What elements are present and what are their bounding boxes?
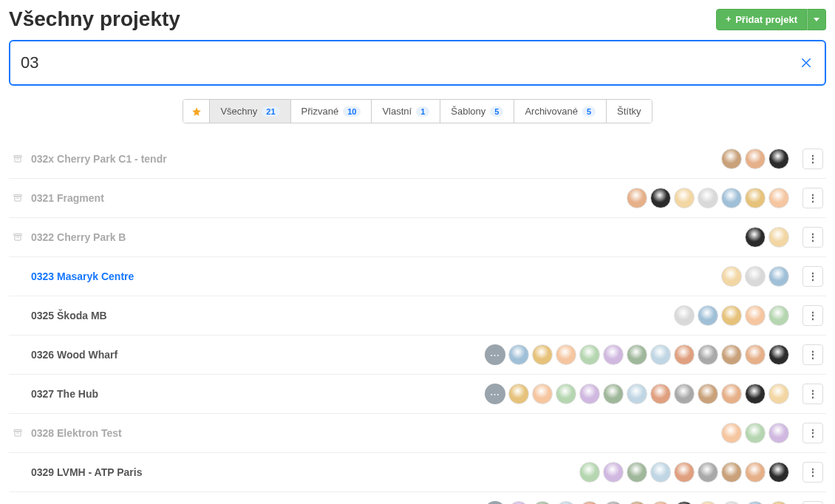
avatar[interactable] xyxy=(508,344,529,365)
row-menu-button[interactable]: ⋮ xyxy=(802,188,823,208)
project-name[interactable]: 0325 Škoda MB xyxy=(31,310,107,321)
avatar[interactable] xyxy=(698,384,718,404)
avatar[interactable] xyxy=(556,501,576,504)
avatar[interactable] xyxy=(768,266,789,287)
avatar[interactable] xyxy=(603,501,624,504)
clear-search-button[interactable] xyxy=(798,55,814,71)
avatar[interactable] xyxy=(768,344,789,365)
row-menu-button[interactable]: ⋮ xyxy=(802,344,823,365)
avatar[interactable] xyxy=(674,344,695,365)
avatar[interactable] xyxy=(768,384,789,404)
avatar[interactable] xyxy=(627,462,647,483)
avatar[interactable] xyxy=(603,344,624,365)
project-name[interactable]: 0327 The Hub xyxy=(31,388,98,400)
avatar[interactable] xyxy=(627,188,647,208)
avatar[interactable] xyxy=(603,384,624,404)
tab-stitky[interactable]: Štítky xyxy=(607,100,652,123)
avatar[interactable] xyxy=(768,227,789,248)
avatar[interactable] xyxy=(721,305,742,326)
avatar[interactable] xyxy=(579,384,600,404)
avatar[interactable] xyxy=(721,344,742,365)
avatar[interactable] xyxy=(745,227,766,248)
row-menu-button[interactable]: ⋮ xyxy=(802,501,823,504)
more-avatars-button[interactable]: ⋯ xyxy=(485,384,505,404)
avatar[interactable] xyxy=(721,188,742,208)
avatar[interactable] xyxy=(627,384,647,404)
avatar[interactable] xyxy=(698,462,718,483)
avatar[interactable] xyxy=(603,462,624,483)
project-name[interactable]: 0326 Wood Wharf xyxy=(31,349,117,361)
project-name[interactable]: 0329 LVMH - ATP Paris xyxy=(31,466,142,478)
avatar[interactable] xyxy=(768,188,789,208)
avatar[interactable] xyxy=(674,188,695,208)
avatar[interactable] xyxy=(721,462,742,483)
tab-prizvane[interactable]: Přizvané10 xyxy=(291,100,372,123)
row-menu-button[interactable]: ⋮ xyxy=(802,266,823,287)
avatar[interactable] xyxy=(745,188,766,208)
avatar[interactable] xyxy=(532,344,553,365)
avatar[interactable] xyxy=(508,501,529,504)
avatar[interactable] xyxy=(721,149,742,169)
avatar[interactable] xyxy=(721,501,742,504)
avatar[interactable] xyxy=(745,266,766,287)
avatar[interactable] xyxy=(721,384,742,404)
avatar[interactable] xyxy=(721,266,742,287)
tab-star[interactable] xyxy=(183,100,210,123)
avatar[interactable] xyxy=(650,501,671,504)
row-menu-button[interactable]: ⋮ xyxy=(802,227,823,248)
row-menu-button[interactable]: ⋮ xyxy=(802,462,823,483)
avatar[interactable] xyxy=(768,305,789,326)
avatar[interactable] xyxy=(745,149,766,169)
avatar[interactable] xyxy=(698,188,718,208)
avatar[interactable] xyxy=(627,344,647,365)
more-avatars-button[interactable]: ⋯ xyxy=(485,501,505,504)
avatar[interactable] xyxy=(745,305,766,326)
avatar[interactable] xyxy=(768,462,789,483)
avatar[interactable] xyxy=(650,384,671,404)
avatar[interactable] xyxy=(674,384,695,404)
avatar[interactable] xyxy=(745,344,766,365)
row-menu-button[interactable]: ⋮ xyxy=(802,305,823,326)
avatar[interactable] xyxy=(745,501,766,504)
avatar[interactable] xyxy=(698,344,718,365)
more-avatars-button[interactable]: ⋯ xyxy=(485,344,505,365)
avatar[interactable] xyxy=(556,384,576,404)
tab-sablony[interactable]: Šablony5 xyxy=(440,100,514,123)
add-project-button[interactable]: + Přidat projekt xyxy=(716,9,807,30)
avatar[interactable] xyxy=(650,344,671,365)
avatar[interactable] xyxy=(650,188,671,208)
avatar[interactable] xyxy=(674,462,695,483)
avatar[interactable] xyxy=(532,384,553,404)
avatar[interactable] xyxy=(579,462,600,483)
avatar[interactable] xyxy=(768,423,789,443)
avatar[interactable] xyxy=(745,423,766,443)
avatar[interactable] xyxy=(745,384,766,404)
project-name[interactable]: 0323 Masaryk Centre xyxy=(31,270,134,282)
avatar[interactable] xyxy=(579,501,600,504)
avatar[interactable] xyxy=(556,344,576,365)
avatar[interactable] xyxy=(698,501,718,504)
project-name[interactable]: 0328 Elektron Test xyxy=(31,427,122,439)
avatar[interactable] xyxy=(674,501,695,504)
project-name[interactable]: 0322 Cherry Park B xyxy=(31,231,126,243)
row-menu-button[interactable]: ⋮ xyxy=(802,149,823,169)
avatar[interactable] xyxy=(698,305,718,326)
avatar[interactable] xyxy=(768,501,789,504)
avatar[interactable] xyxy=(768,149,789,169)
tab-vlastni[interactable]: Vlastní1 xyxy=(372,100,440,123)
tab-archivovane[interactable]: Archivované5 xyxy=(514,100,607,123)
project-name[interactable]: 0321 Fragment xyxy=(31,192,104,204)
avatar[interactable] xyxy=(627,501,647,504)
row-menu-button[interactable]: ⋮ xyxy=(802,384,823,404)
row-menu-button[interactable]: ⋮ xyxy=(802,423,823,443)
avatar[interactable] xyxy=(650,462,671,483)
avatar[interactable] xyxy=(579,344,600,365)
avatar[interactable] xyxy=(721,423,742,443)
avatar[interactable] xyxy=(508,384,529,404)
tab-vsechny[interactable]: Všechny21 xyxy=(210,100,290,123)
add-project-dropdown[interactable] xyxy=(807,9,826,30)
avatar[interactable] xyxy=(745,462,766,483)
avatar[interactable] xyxy=(532,501,553,504)
project-name[interactable]: 032x Cherry Park C1 - tendr xyxy=(31,153,167,165)
search-input[interactable] xyxy=(21,53,798,72)
